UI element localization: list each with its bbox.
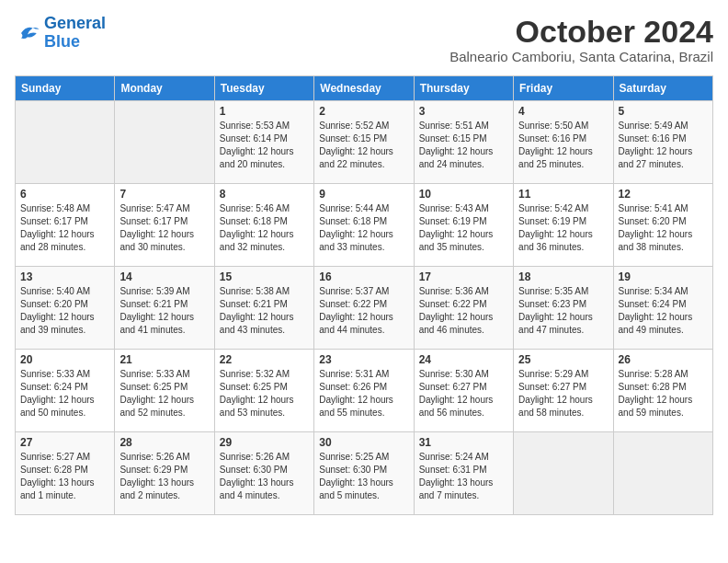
calendar-cell: 18Sunrise: 5:35 AM Sunset: 6:23 PM Dayli… [514, 267, 613, 350]
calendar-cell: 3Sunrise: 5:51 AM Sunset: 6:15 PM Daylig… [414, 101, 513, 184]
calendar-cell: 9Sunrise: 5:44 AM Sunset: 6:18 PM Daylig… [314, 184, 414, 267]
day-number: 9 [319, 188, 408, 201]
calendar-cell [115, 101, 214, 184]
calendar-cell [16, 101, 115, 184]
day-number: 22 [220, 353, 309, 366]
month-title: October 2024 [449, 15, 713, 49]
day-info: Sunrise: 5:30 AM Sunset: 6:27 PM Dayligh… [419, 368, 508, 419]
day-info: Sunrise: 5:37 AM Sunset: 6:22 PM Dayligh… [319, 285, 408, 337]
day-info: Sunrise: 5:31 AM Sunset: 6:26 PM Dayligh… [319, 368, 408, 419]
day-info: Sunrise: 5:48 AM Sunset: 6:17 PM Dayligh… [20, 202, 109, 254]
calendar-cell: 28Sunrise: 5:26 AM Sunset: 6:29 PM Dayli… [115, 432, 214, 515]
day-number: 1 [220, 105, 309, 118]
page-header: General Blue October 2024 Balneario Camb… [15, 15, 713, 64]
calendar-cell: 4Sunrise: 5:50 AM Sunset: 6:16 PM Daylig… [514, 101, 613, 184]
calendar-cell [514, 432, 613, 515]
calendar-cell: 25Sunrise: 5:29 AM Sunset: 6:27 PM Dayli… [514, 350, 613, 432]
calendar-week-4: 20Sunrise: 5:33 AM Sunset: 6:24 PM Dayli… [16, 350, 713, 432]
calendar-cell: 10Sunrise: 5:43 AM Sunset: 6:19 PM Dayli… [414, 184, 513, 267]
header-friday: Friday [514, 76, 613, 101]
day-info: Sunrise: 5:39 AM Sunset: 6:21 PM Dayligh… [119, 285, 209, 337]
day-info: Sunrise: 5:46 AM Sunset: 6:18 PM Dayligh… [220, 202, 309, 254]
day-info: Sunrise: 5:26 AM Sunset: 6:29 PM Dayligh… [119, 451, 209, 502]
day-number: 13 [20, 270, 109, 283]
day-info: Sunrise: 5:53 AM Sunset: 6:14 PM Dayligh… [220, 120, 309, 171]
day-number: 4 [518, 105, 608, 118]
header-monday: Monday [115, 76, 214, 101]
header-wednesday: Wednesday [314, 76, 414, 101]
logo: General Blue [15, 15, 106, 52]
calendar-cell [613, 432, 712, 515]
logo-icon [15, 20, 40, 46]
day-number: 8 [220, 188, 309, 201]
day-info: Sunrise: 5:27 AM Sunset: 6:28 PM Dayligh… [20, 451, 109, 502]
day-number: 7 [119, 188, 209, 201]
calendar-cell: 2Sunrise: 5:52 AM Sunset: 6:15 PM Daylig… [314, 101, 414, 184]
day-info: Sunrise: 5:51 AM Sunset: 6:15 PM Dayligh… [419, 120, 508, 171]
calendar-week-3: 13Sunrise: 5:40 AM Sunset: 6:20 PM Dayli… [16, 267, 713, 350]
day-info: Sunrise: 5:35 AM Sunset: 6:23 PM Dayligh… [518, 285, 608, 337]
calendar-cell: 26Sunrise: 5:28 AM Sunset: 6:28 PM Dayli… [613, 350, 712, 432]
day-info: Sunrise: 5:32 AM Sunset: 6:25 PM Dayligh… [220, 368, 309, 419]
day-number: 21 [119, 353, 209, 366]
day-info: Sunrise: 5:40 AM Sunset: 6:20 PM Dayligh… [20, 285, 109, 337]
day-number: 16 [319, 270, 408, 283]
header-saturday: Saturday [613, 76, 712, 101]
day-number: 26 [619, 353, 708, 366]
day-info: Sunrise: 5:33 AM Sunset: 6:25 PM Dayligh… [119, 368, 209, 419]
calendar-cell: 6Sunrise: 5:48 AM Sunset: 6:17 PM Daylig… [16, 184, 115, 267]
day-info: Sunrise: 5:44 AM Sunset: 6:18 PM Dayligh… [319, 202, 408, 254]
calendar-cell: 1Sunrise: 5:53 AM Sunset: 6:14 PM Daylig… [214, 101, 313, 184]
day-number: 3 [419, 105, 508, 118]
calendar-cell: 20Sunrise: 5:33 AM Sunset: 6:24 PM Dayli… [16, 350, 115, 432]
day-info: Sunrise: 5:52 AM Sunset: 6:15 PM Dayligh… [319, 120, 408, 171]
day-number: 31 [419, 436, 508, 449]
calendar-cell: 13Sunrise: 5:40 AM Sunset: 6:20 PM Dayli… [16, 267, 115, 350]
day-number: 2 [319, 105, 408, 118]
day-number: 15 [220, 270, 309, 283]
calendar-cell: 19Sunrise: 5:34 AM Sunset: 6:24 PM Dayli… [613, 267, 712, 350]
calendar-cell: 15Sunrise: 5:38 AM Sunset: 6:21 PM Dayli… [214, 267, 313, 350]
day-number: 12 [619, 188, 708, 201]
calendar-cell: 22Sunrise: 5:32 AM Sunset: 6:25 PM Dayli… [214, 350, 313, 432]
day-info: Sunrise: 5:47 AM Sunset: 6:17 PM Dayligh… [119, 202, 209, 254]
calendar-cell: 30Sunrise: 5:25 AM Sunset: 6:30 PM Dayli… [314, 432, 414, 515]
day-info: Sunrise: 5:50 AM Sunset: 6:16 PM Dayligh… [518, 120, 608, 171]
calendar-cell: 12Sunrise: 5:41 AM Sunset: 6:20 PM Dayli… [613, 184, 712, 267]
calendar-header-row: SundayMondayTuesdayWednesdayThursdayFrid… [16, 76, 713, 101]
day-number: 27 [20, 436, 109, 449]
calendar-cell: 8Sunrise: 5:46 AM Sunset: 6:18 PM Daylig… [214, 184, 313, 267]
calendar-week-5: 27Sunrise: 5:27 AM Sunset: 6:28 PM Dayli… [16, 432, 713, 515]
day-info: Sunrise: 5:49 AM Sunset: 6:16 PM Dayligh… [619, 120, 708, 171]
day-number: 10 [419, 188, 508, 201]
day-number: 25 [518, 353, 608, 366]
day-info: Sunrise: 5:25 AM Sunset: 6:30 PM Dayligh… [319, 451, 408, 502]
day-info: Sunrise: 5:24 AM Sunset: 6:31 PM Dayligh… [419, 451, 508, 502]
header-thursday: Thursday [414, 76, 513, 101]
calendar-cell: 17Sunrise: 5:36 AM Sunset: 6:22 PM Dayli… [414, 267, 513, 350]
day-number: 23 [319, 353, 408, 366]
title-section: October 2024 Balneario Camboriu, Santa C… [449, 15, 713, 64]
calendar-cell: 16Sunrise: 5:37 AM Sunset: 6:22 PM Dayli… [314, 267, 414, 350]
calendar-cell: 5Sunrise: 5:49 AM Sunset: 6:16 PM Daylig… [613, 101, 712, 184]
calendar-cell: 14Sunrise: 5:39 AM Sunset: 6:21 PM Dayli… [115, 267, 214, 350]
logo-text: General Blue [44, 15, 106, 52]
day-info: Sunrise: 5:36 AM Sunset: 6:22 PM Dayligh… [419, 285, 508, 337]
calendar-cell: 7Sunrise: 5:47 AM Sunset: 6:17 PM Daylig… [115, 184, 214, 267]
calendar-cell: 24Sunrise: 5:30 AM Sunset: 6:27 PM Dayli… [414, 350, 513, 432]
day-info: Sunrise: 5:38 AM Sunset: 6:21 PM Dayligh… [220, 285, 309, 337]
day-number: 24 [419, 353, 508, 366]
day-info: Sunrise: 5:42 AM Sunset: 6:19 PM Dayligh… [518, 202, 608, 254]
day-number: 20 [20, 353, 109, 366]
day-info: Sunrise: 5:34 AM Sunset: 6:24 PM Dayligh… [619, 285, 708, 337]
day-number: 30 [319, 436, 408, 449]
day-number: 14 [119, 270, 209, 283]
day-info: Sunrise: 5:29 AM Sunset: 6:27 PM Dayligh… [518, 368, 608, 419]
calendar-week-1: 1Sunrise: 5:53 AM Sunset: 6:14 PM Daylig… [16, 101, 713, 184]
location-subtitle: Balneario Camboriu, Santa Catarina, Braz… [449, 49, 713, 64]
calendar-week-2: 6Sunrise: 5:48 AM Sunset: 6:17 PM Daylig… [16, 184, 713, 267]
day-number: 5 [619, 105, 708, 118]
calendar-cell: 31Sunrise: 5:24 AM Sunset: 6:31 PM Dayli… [414, 432, 513, 515]
day-number: 17 [419, 270, 508, 283]
calendar-cell: 11Sunrise: 5:42 AM Sunset: 6:19 PM Dayli… [514, 184, 613, 267]
